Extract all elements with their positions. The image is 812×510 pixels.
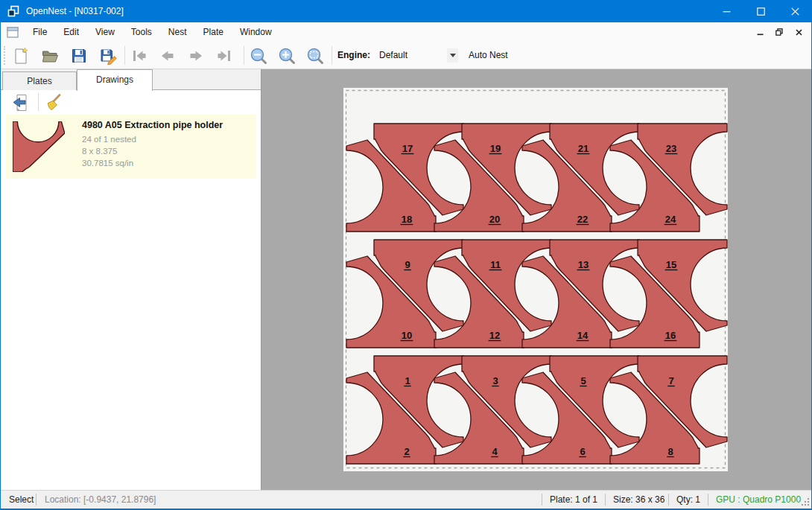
go-previous-icon xyxy=(158,46,177,66)
part-number-label: 17 xyxy=(402,143,413,154)
gpu-status: GPU : Quadro P1000 xyxy=(716,491,801,509)
part-number-label: 10 xyxy=(402,330,412,341)
toolbar-grip[interactable] xyxy=(4,46,6,65)
go-last-icon xyxy=(215,46,234,66)
part-number-label: 18 xyxy=(402,214,412,225)
zoom-out-button[interactable] xyxy=(248,45,269,66)
resize-grip-icon[interactable] xyxy=(800,497,810,506)
zoom-out-icon xyxy=(250,47,268,66)
last-plate-button[interactable] xyxy=(214,45,235,66)
mdi-restore-icon xyxy=(775,28,783,36)
part-number-label: 20 xyxy=(489,214,500,225)
title-bar: OpenNest - [N0317-002] xyxy=(0,0,812,22)
drawing-nested-count: 24 of 1 nested xyxy=(82,135,136,144)
status-plate: Plate: 1 of 1 xyxy=(550,491,597,509)
engine-dropdown-button[interactable] xyxy=(447,48,458,63)
menu-tools[interactable]: Tools xyxy=(123,22,160,42)
status-location: Location: [-0.9437, 21.8796] xyxy=(45,491,156,509)
part-number-label: 11 xyxy=(490,259,501,270)
drawing-title: 4980 A05 Extraction pipe holder xyxy=(82,120,223,130)
part-number-label: 14 xyxy=(577,330,589,341)
drawings-toolbar xyxy=(1,90,261,115)
maximize-button[interactable] xyxy=(743,0,778,22)
import-drawing-button[interactable] xyxy=(10,92,31,112)
go-next-icon xyxy=(186,46,206,66)
minimize-button[interactable] xyxy=(709,0,743,22)
engine-selected-value: Default xyxy=(379,48,407,63)
new-document-button[interactable] xyxy=(10,45,31,66)
menu-items: File Edit View Tools Nest Plate Window xyxy=(25,22,280,42)
close-button[interactable] xyxy=(778,0,812,22)
toolbar-separator xyxy=(244,46,244,65)
toolbar-separator xyxy=(124,46,125,65)
document-window-icon xyxy=(7,27,19,38)
engine-select[interactable]: Default xyxy=(375,48,458,63)
part-number-label: 21 xyxy=(578,143,589,154)
status-mode: Select xyxy=(9,491,34,509)
window-title: OpenNest - [N0317-002] xyxy=(26,6,124,16)
drawing-area: 30.7815 sq/in xyxy=(82,159,133,168)
save-icon xyxy=(70,47,88,65)
maximize-icon xyxy=(757,7,765,16)
auto-nest-button[interactable]: Auto Nest xyxy=(466,42,511,69)
mdi-minimize-button[interactable] xyxy=(753,26,767,38)
sidebar-panel: Plates Drawings 4980 A05 Extraction pipe… xyxy=(1,69,261,490)
part-number-label: 2 xyxy=(404,446,409,457)
part-number-label: 19 xyxy=(490,143,501,154)
part-thumbnail-shape xyxy=(13,121,65,172)
save-button[interactable] xyxy=(69,45,89,66)
drawing-list-item[interactable]: 4980 A05 Extraction pipe holder 24 of 1 … xyxy=(6,115,256,179)
part-number-label: 6 xyxy=(580,446,585,457)
go-first-icon xyxy=(130,46,149,66)
menu-plate[interactable]: Plate xyxy=(195,22,232,42)
menu-edit[interactable]: Edit xyxy=(55,22,87,42)
next-plate-button[interactable] xyxy=(185,45,206,66)
drawing-size: 8 x 8.375 xyxy=(82,147,117,156)
part-number-label: 15 xyxy=(666,259,676,270)
part-number-label: 7 xyxy=(668,375,673,386)
mdi-close-button[interactable] xyxy=(792,26,805,38)
part-number-label: 9 xyxy=(405,259,410,270)
menu-bar: File Edit View Tools Nest Plate Window xyxy=(1,22,811,42)
part-number-label: 13 xyxy=(578,259,589,270)
plate[interactable]: 182022241719212310121416911131524681357 xyxy=(343,88,728,471)
part-number-label: 3 xyxy=(492,375,498,386)
zoom-in-icon xyxy=(278,47,296,66)
part-number-label: 8 xyxy=(667,446,673,457)
menu-window[interactable]: Window xyxy=(232,22,280,42)
minimize-icon xyxy=(723,7,731,16)
menu-view[interactable]: View xyxy=(87,22,123,42)
part-thumbnail xyxy=(13,121,65,172)
zoom-fit-button[interactable] xyxy=(305,45,326,66)
mdi-restore-button[interactable] xyxy=(773,26,786,38)
menu-nest[interactable]: Nest xyxy=(160,22,195,42)
save-as-icon xyxy=(99,47,117,65)
mdi-minimize-icon xyxy=(757,29,764,36)
main-toolbar: Engine: Default Auto Nest xyxy=(1,42,811,69)
mdi-close-icon xyxy=(796,29,802,36)
status-separator xyxy=(36,494,37,506)
menu-file[interactable]: File xyxy=(25,22,55,42)
toolbar-separator xyxy=(332,46,332,65)
open-file-button[interactable] xyxy=(39,45,60,66)
save-as-button[interactable] xyxy=(98,45,118,66)
status-separator xyxy=(668,494,669,506)
open-folder-icon xyxy=(41,47,59,65)
previous-plate-button[interactable] xyxy=(157,45,178,66)
nest-canvas[interactable]: 182022241719212310121416911131524681357 xyxy=(261,69,811,490)
zoom-in-button[interactable] xyxy=(276,45,297,66)
zoom-fit-icon xyxy=(306,47,325,66)
app-icon xyxy=(7,4,20,18)
new-document-icon xyxy=(12,47,30,65)
chevron-down-icon xyxy=(450,54,456,57)
tab-plates[interactable]: Plates xyxy=(2,71,77,90)
status-qty: Qty: 1 xyxy=(676,491,700,509)
clean-button[interactable] xyxy=(42,92,63,112)
tab-drawings[interactable]: Drawings xyxy=(77,69,153,91)
first-plate-button[interactable] xyxy=(129,45,150,66)
part-number-label: 22 xyxy=(577,214,588,225)
toolbar-separator xyxy=(38,93,39,111)
window-left-border xyxy=(0,22,1,509)
sidebar-tabs: Plates Drawings xyxy=(1,69,261,90)
close-icon xyxy=(791,7,799,16)
